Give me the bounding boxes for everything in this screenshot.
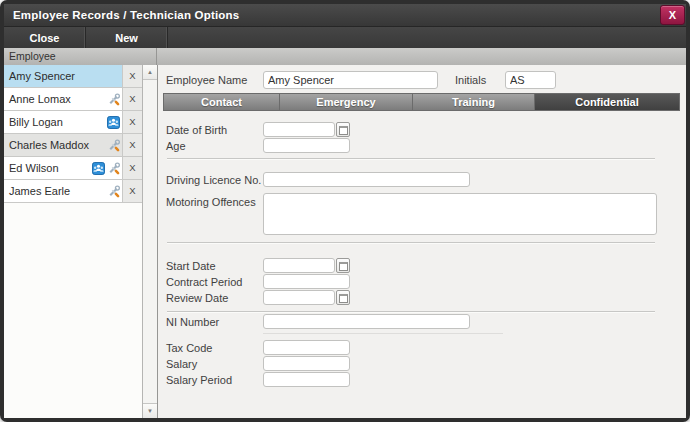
motoring-offences-label: Motoring Offences (166, 195, 256, 210)
tax-code-label: Tax Code (166, 341, 212, 356)
title-bar: Employee Records / Technician Options X (4, 4, 686, 27)
close-button[interactable]: Close (4, 27, 86, 48)
employee-list-scrollbar[interactable]: ▲ ▼ (142, 65, 157, 418)
salary-period-label: Salary Period (166, 373, 232, 388)
employee-row-billy-logan[interactable]: Billy Logan X (4, 111, 142, 134)
employee-name-cell[interactable]: Amy Spencer (4, 65, 122, 87)
employee-name-cell[interactable]: Billy Logan (4, 111, 122, 133)
contract-period-label: Contract Period (166, 275, 242, 290)
driving-licence-label: Driving Licence No. (166, 173, 261, 188)
delete-employee-button[interactable]: X (122, 65, 142, 87)
separator (167, 242, 655, 244)
date-of-birth-calendar-icon[interactable] (336, 122, 350, 137)
contract-period-input[interactable] (263, 274, 350, 289)
separator (167, 311, 655, 313)
employee-name-cell[interactable]: Charles Maddox (4, 134, 122, 156)
motoring-offences-textarea[interactable] (263, 193, 657, 235)
tools-icon (107, 162, 120, 175)
driving-licence-input[interactable] (263, 172, 470, 187)
employee-name-cell[interactable]: James Earle (4, 180, 122, 202)
employee-row-anne-lomax[interactable]: Anne Lomax X (4, 88, 142, 111)
delete-employee-button[interactable]: X (122, 134, 142, 156)
tax-code-input[interactable] (263, 340, 350, 355)
date-of-birth-label: Date of Birth (166, 123, 227, 138)
tools-icon (107, 185, 120, 198)
salary-label: Salary (166, 357, 197, 372)
content-header-spacer (157, 48, 686, 65)
employee-name-cell[interactable]: Anne Lomax (4, 88, 122, 110)
tab-training[interactable]: Training (413, 94, 535, 110)
employee-rows: Amy Spencer X Anne Lomax X (4, 65, 142, 418)
age-input[interactable] (263, 138, 350, 153)
start-date-input[interactable] (263, 258, 335, 273)
initials-input[interactable] (505, 71, 556, 89)
delete-employee-button[interactable]: X (122, 88, 142, 110)
employee-row-charles-maddox[interactable]: Charles Maddox X (4, 134, 142, 157)
window-close-button[interactable]: X (660, 5, 685, 25)
salary-input[interactable] (263, 356, 350, 371)
new-button[interactable]: New (86, 27, 168, 48)
delete-employee-button[interactable]: X (122, 157, 142, 179)
age-label: Age (166, 139, 186, 154)
employee-list-header: Employee (4, 48, 157, 65)
scroll-up-button[interactable]: ▲ (143, 65, 157, 80)
employee-row-amy-spencer[interactable]: Amy Spencer X (4, 65, 142, 88)
delete-employee-button[interactable]: X (122, 180, 142, 202)
tab-contact[interactable]: Contact (164, 94, 280, 110)
employee-row-james-earle[interactable]: James Earle X (4, 180, 142, 203)
window-title: Employee Records / Technician Options (13, 4, 239, 26)
separator (263, 333, 503, 334)
tools-icon (107, 93, 120, 106)
tab-emergency[interactable]: Emergency (280, 94, 413, 110)
review-date-calendar-icon[interactable] (336, 290, 350, 305)
team-icon (92, 162, 105, 175)
employee-list: Amy Spencer X Anne Lomax X (4, 65, 157, 418)
tab-confidential[interactable]: Confidential (535, 94, 679, 110)
ni-number-input[interactable] (263, 314, 470, 329)
app-window: Employee Records / Technician Options X … (0, 0, 690, 422)
start-date-label: Start Date (166, 259, 216, 274)
employee-row-ed-wilson[interactable]: Ed Wilson X (4, 157, 142, 180)
review-date-input[interactable] (263, 290, 335, 305)
salary-period-input[interactable] (263, 372, 350, 387)
employee-name-label: Employee Name (166, 73, 247, 88)
main-area: Employee Amy Spencer X Anne Lomax (4, 48, 686, 418)
tools-icon (107, 139, 120, 152)
scroll-down-button[interactable]: ▼ (143, 403, 157, 418)
team-icon (107, 116, 120, 129)
start-date-calendar-icon[interactable] (336, 258, 350, 273)
review-date-label: Review Date (166, 291, 228, 306)
date-of-birth-input[interactable] (263, 122, 335, 137)
toolbar: Close New (4, 27, 686, 48)
delete-employee-button[interactable]: X (122, 111, 142, 133)
employee-detail-pane: Employee Name Initials Contact Emergency… (157, 65, 686, 418)
ni-number-label: NI Number (166, 315, 219, 330)
initials-label: Initials (455, 73, 486, 88)
tab-bar: Contact Emergency Training Confidential (163, 93, 680, 111)
employee-name-cell[interactable]: Ed Wilson (4, 157, 122, 179)
column-header: Employee (4, 48, 686, 66)
employee-name-input[interactable] (263, 71, 438, 89)
separator (167, 158, 655, 160)
